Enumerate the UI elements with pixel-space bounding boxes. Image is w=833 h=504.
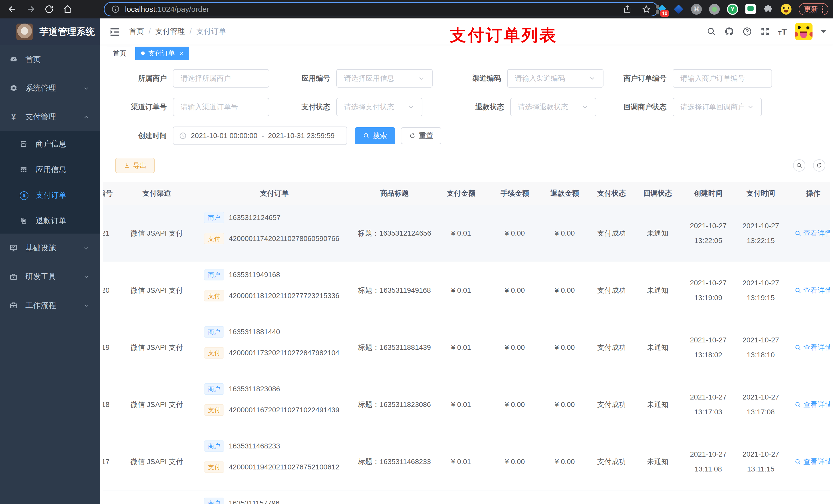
reload-icon[interactable]	[44, 4, 54, 14]
sidebar-item-system[interactable]: 系统管理	[0, 74, 100, 102]
github-icon[interactable]	[724, 27, 734, 37]
table-row[interactable]: 17 微信 JSAPI 支付 商户1635311468233 支付4200001…	[103, 433, 830, 490]
create-time-range-picker[interactable]: 2021-10-01 00:00:00 - 2021-10-31 23:59:5…	[173, 126, 347, 145]
sidebar-item-home[interactable]: 首页	[0, 45, 100, 74]
user-menu-caret-icon[interactable]	[821, 30, 826, 33]
extension-record-icon[interactable]	[709, 4, 720, 15]
toggle-search-button[interactable]	[793, 159, 805, 172]
back-icon[interactable]	[7, 4, 18, 14]
bookmark-star-icon[interactable]	[642, 5, 651, 14]
tab-label: 支付订单	[148, 49, 175, 58]
sidebar-item-app-info[interactable]: 应用信息	[0, 157, 100, 182]
sidebar-item-workflow[interactable]: 工作流程	[0, 291, 100, 320]
merchant-order-no-input[interactable]	[673, 69, 772, 88]
cell-title: 标题：1635311823086	[356, 376, 433, 433]
sidebar-item-pay[interactable]: 支付管理	[0, 102, 100, 131]
filter-row-1: 所属商户 应用编号 请选择应用信息 渠道编码 请输入渠道编码 商户订单编号	[100, 69, 833, 88]
merchant-tag: 商户	[204, 212, 224, 223]
browser-menu-icon[interactable]	[822, 6, 823, 13]
active-dot	[141, 51, 145, 55]
table-row[interactable]: 19 微信 JSAPI 支付 商户1635311881440 支付4200001…	[103, 319, 830, 376]
cell-notify-status: 未通知	[634, 376, 681, 433]
extension-command-icon[interactable]	[691, 4, 702, 15]
browser-profile-avatar[interactable]	[781, 4, 791, 15]
clock-icon	[179, 132, 187, 140]
table-row[interactable]: 21 微信 JSAPI 支付 商户1635312124657 支付4200001…	[103, 205, 830, 262]
table-row[interactable]: 18 微信 JSAPI 支付 商户1635311823086 支付4200001…	[103, 376, 830, 433]
collapse-sidebar-icon[interactable]	[109, 26, 120, 37]
channel-order-no-input[interactable]	[173, 98, 269, 116]
filter-label: 渠道编码	[470, 73, 507, 83]
refresh-icon	[409, 133, 416, 139]
sidebar-item-infra[interactable]: 基础设施	[0, 234, 100, 262]
breadcrumb-pay[interactable]: 支付管理	[155, 26, 185, 37]
extension-kite-icon[interactable]	[673, 4, 684, 15]
view-detail-link[interactable]: 查看详情	[794, 343, 830, 352]
table-row[interactable]: 商户1635311157796	[103, 490, 830, 504]
cell-actions: 查看详情	[786, 205, 830, 262]
tab-home[interactable]: 首页	[107, 47, 132, 60]
refund-status-select[interactable]: 请选择退款状态	[510, 98, 596, 116]
merchant-input[interactable]	[173, 69, 269, 88]
search-button[interactable]: 搜索	[355, 127, 395, 144]
cell-pay-amount: ¥ 0.01	[433, 262, 489, 319]
channel-code-select[interactable]: 请输入渠道编码	[507, 69, 603, 88]
refresh-table-button[interactable]	[813, 159, 825, 172]
breadcrumb-home[interactable]: 首页	[129, 26, 144, 37]
table-header: 编号 支付渠道 支付订单 商品标题 支付金额 手续金额 退款金额 支付状态 回调…	[103, 182, 830, 205]
help-icon[interactable]	[742, 27, 752, 37]
cell-fee-amount: ¥ 0.00	[489, 205, 541, 262]
sidebar-item-pay-order[interactable]: 支付订单	[0, 182, 100, 208]
view-detail-link[interactable]: 查看详情	[794, 457, 830, 466]
reset-button[interactable]: 重置	[401, 127, 441, 144]
view-detail-link[interactable]: 查看详情	[794, 400, 830, 409]
notify-status-select[interactable]: 请选择订单回调商户状态	[673, 98, 762, 116]
fullscreen-icon[interactable]	[760, 27, 770, 37]
extension-chat-icon[interactable]	[745, 4, 756, 14]
col-fee-amount: 手续金额	[489, 182, 541, 205]
extension-y-icon[interactable]	[727, 4, 738, 15]
forward-icon[interactable]	[26, 4, 36, 14]
tags-view-bar: 首页 支付订单	[100, 45, 833, 62]
grid-icon	[20, 166, 27, 173]
filter-label: 所属商户	[129, 73, 173, 83]
chrome-update-button[interactable]: 更新	[799, 3, 828, 15]
pay-status-select[interactable]: 请选择支付状态	[336, 98, 422, 116]
export-button[interactable]: 导出	[115, 158, 155, 173]
select-placeholder: 请选择应用信息	[344, 73, 394, 83]
extension-badge-icon[interactable]: 10	[655, 4, 666, 15]
filter-label: 退款状态	[473, 102, 510, 112]
view-detail-link[interactable]: 查看详情	[794, 286, 830, 295]
sidebar-item-merchant-info[interactable]: 商户信息	[0, 131, 100, 157]
pay-tag: 支付	[204, 347, 224, 359]
download-icon	[123, 162, 130, 169]
url-bar[interactable]: localhost:1024/pay/order	[104, 2, 658, 16]
cell-id: 17	[103, 433, 121, 490]
close-icon[interactable]	[180, 50, 184, 56]
share-icon[interactable]	[623, 5, 632, 14]
select-placeholder: 请输入渠道编码	[515, 73, 565, 83]
merchant-order-no: 1635311468233	[229, 442, 280, 450]
user-avatar[interactable]	[795, 23, 812, 40]
sidebar-item-refund-order[interactable]: 退款订单	[0, 208, 100, 234]
cell-create-time: 2021-10-2713:19:09	[681, 262, 735, 319]
filter-label: 回调商户状态	[621, 102, 673, 112]
extensions-puzzle-icon[interactable]	[763, 4, 774, 15]
app-logo[interactable]: 芋道管理系统	[0, 19, 100, 45]
app-title: 芋道管理系统	[40, 26, 95, 38]
home-icon[interactable]	[63, 4, 73, 14]
font-size-icon[interactable]	[778, 27, 787, 37]
search-icon[interactable]	[707, 27, 716, 37]
col-notify-status: 回调状态	[634, 182, 681, 205]
tab-pay-order[interactable]: 支付订单	[135, 47, 189, 60]
sidebar-item-dev-tools[interactable]: 研发工具	[0, 262, 100, 291]
sidebar-item-label: 支付订单	[35, 190, 66, 200]
cell-notify-status: 未通知	[634, 205, 681, 262]
cell-fee-amount: ¥ 0.00	[489, 433, 541, 490]
merchant-order-no: 1635311949168	[229, 271, 280, 279]
table-row[interactable]: 20 微信 JSAPI 支付 商户1635311949168 支付4200001…	[103, 262, 830, 319]
view-detail-link[interactable]: 查看详情	[794, 229, 830, 238]
app-select[interactable]: 请选择应用信息	[336, 69, 433, 88]
info-icon[interactable]	[111, 5, 120, 14]
merchant-order-no: 1635311823086	[229, 385, 280, 393]
